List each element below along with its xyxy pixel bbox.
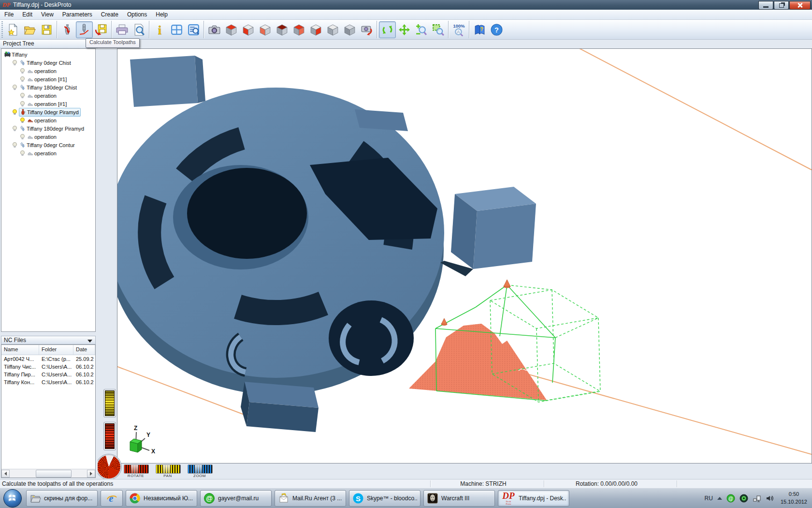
zoom-view-button[interactable] [413, 21, 430, 38]
tree-item-operation[interactable]: operation [1, 116, 95, 124]
tree-item-tiffany[interactable]: Tiffany [1, 50, 95, 59]
mailru-agent-tray-icon[interactable]: @ [726, 494, 735, 503]
pan-slider[interactable] [156, 464, 181, 474]
window-layout-button[interactable] [168, 21, 185, 38]
snapshot-button[interactable] [206, 21, 223, 38]
taskbar-button-skype[interactable]: SSkype™ - bloodco... [349, 490, 420, 507]
view-back-button[interactable] [290, 21, 307, 38]
bulb-off-icon[interactable] [19, 150, 26, 156]
bulb-off-icon[interactable] [19, 68, 26, 74]
menu-options[interactable]: Options [123, 10, 151, 19]
menu-create[interactable]: Create [97, 10, 123, 19]
rotate-view-button[interactable] [379, 21, 396, 38]
view-top-button[interactable] [223, 21, 240, 38]
rotation-dial[interactable] [98, 454, 121, 479]
save-project-button[interactable] [38, 21, 55, 38]
help-contents-button[interactable]: ? [471, 21, 488, 38]
rotate-slider[interactable] [124, 464, 149, 474]
bulb-off-icon[interactable] [12, 60, 18, 66]
language-indicator[interactable]: RU [705, 495, 713, 502]
bulb-off-icon[interactable] [19, 76, 26, 82]
bulb-off-icon[interactable] [19, 101, 26, 107]
menu-file[interactable]: File [0, 10, 18, 19]
project-tree[interactable]: TiffanyTiffany 0degr Chistoperationopera… [1, 48, 96, 332]
speed-gauge[interactable] [104, 422, 116, 450]
save-nc-file-button[interactable] [93, 21, 110, 38]
nc-file-row[interactable]: Tiffany Кон...C:\Users\A...06.10.2 [1, 378, 95, 386]
scroll-left-button[interactable] [1, 470, 10, 478]
menu-view[interactable]: View [37, 10, 58, 19]
tree-item-tiffany-0degr-chist[interactable]: Tiffany 0degr Chist [1, 59, 95, 67]
taskbar-button-folder[interactable]: скрины для фор... [26, 490, 98, 507]
view-iso-button[interactable] [324, 21, 341, 38]
view-inside-button[interactable] [274, 21, 290, 38]
show-hidden-icons-button[interactable] [717, 497, 722, 500]
feed-gauge[interactable] [104, 389, 116, 417]
tree-item-operation-1[interactable]: operation [#1] [1, 100, 95, 108]
tree-item-operation[interactable]: operation [1, 149, 95, 157]
tree-item-tiffany-0degr-piramyd[interactable]: Tiffany 0degr Piramyd [1, 108, 95, 116]
view-right-button[interactable] [307, 21, 324, 38]
horizontal-scrollbar[interactable] [1, 469, 95, 478]
minimize-button[interactable] [758, 1, 773, 10]
zoom-window-button[interactable] [430, 21, 447, 38]
tree-item-tiffany-180degr-piramyd[interactable]: Tiffany 180degr Piramyd [1, 124, 95, 133]
view-front-button[interactable] [240, 21, 257, 38]
nc-file-row[interactable]: Tiffany Пир...C:\Users\A...06.10.2 [1, 371, 95, 378]
close-button[interactable] [789, 1, 811, 10]
menu-edit[interactable]: Edit [18, 10, 37, 19]
toolbar-grip[interactable] [1, 21, 3, 38]
menu-help[interactable]: Help [151, 10, 172, 19]
nc-file-row[interactable]: Арт0042 Ч...E:\Стас (р...25.09.2 [1, 355, 95, 363]
taskbar-button-mailru-agent[interactable]: @gayver@mail.ru [200, 490, 272, 507]
taskbar-button-deskproto[interactable]: DPDeskProtoTiffany.dpj - Desk... [498, 490, 569, 507]
bulb-off-icon[interactable] [19, 134, 26, 140]
view-side-button[interactable] [341, 21, 358, 38]
bulb-on-icon[interactable] [12, 109, 18, 115]
status-tray-icon[interactable] [740, 494, 748, 503]
start-button[interactable] [3, 489, 22, 508]
open-project-button[interactable] [21, 21, 38, 38]
menu-parameters[interactable]: Parameters [58, 10, 97, 19]
nc-files-column-headers[interactable]: NameFolderDate [1, 345, 95, 355]
network-tray-icon[interactable] [753, 494, 761, 503]
collapse-arrow-icon[interactable] [87, 340, 92, 343]
volume-tray-icon[interactable] [766, 494, 774, 503]
taskbar-button-envelope[interactable]: Mail.Ru Агент (3 ... [275, 490, 346, 507]
bulb-on-icon[interactable] [19, 117, 26, 123]
nc-column-date[interactable]: Date [73, 345, 95, 355]
scroll-right-button[interactable] [87, 470, 95, 478]
parameter-list-button[interactable] [185, 21, 202, 38]
zoom-slider[interactable] [188, 464, 213, 474]
view-rotate-camera-button[interactable] [358, 21, 375, 38]
info-button[interactable]: i [151, 21, 168, 38]
bulb-off-icon[interactable] [12, 142, 18, 148]
nc-column-name[interactable]: Name [1, 345, 39, 355]
taskbar-button-chrome[interactable]: Независимый Ю... [126, 490, 197, 507]
tree-item-operation[interactable]: operation [1, 67, 95, 75]
tree-item-operation[interactable]: operation [1, 91, 95, 100]
taskbar-button-warcraft[interactable]: Warcraft III [423, 490, 495, 507]
tree-item-tiffany-180degr-chist[interactable]: Tiffany 180degr Chist [1, 83, 95, 91]
bulb-off-icon[interactable] [19, 92, 26, 99]
tree-item-tiffany-0degr-contur[interactable]: Tiffany 0degr Contur [1, 141, 95, 149]
taskbar-button-ie[interactable]: e [101, 490, 123, 507]
nc-column-folder[interactable]: Folder [39, 345, 73, 355]
pan-view-button[interactable] [396, 21, 413, 38]
help-button[interactable]: ? [488, 21, 505, 38]
nc-file-row[interactable]: Tiiffany Чис...C:\Users\A...06.10.2 [1, 363, 95, 371]
bulb-off-icon[interactable] [12, 125, 18, 132]
bulb-off-icon[interactable] [12, 84, 18, 90]
new-project-button[interactable] [4, 21, 21, 38]
3d-canvas[interactable]: Z Y X [117, 48, 812, 463]
load-geometry-button[interactable] [59, 21, 76, 38]
calculate-toolpaths-button[interactable] [76, 21, 93, 38]
tree-item-operation-1[interactable]: operation [#1] [1, 75, 95, 83]
print-button[interactable] [114, 21, 130, 38]
view-section-button[interactable] [257, 21, 274, 38]
print-preview-button[interactable] [130, 21, 147, 38]
restore-button[interactable] [774, 1, 789, 10]
scrollbar-thumb[interactable] [36, 470, 72, 478]
tree-item-operation[interactable]: operation [1, 133, 95, 141]
zoom-100-button[interactable]: 100%A [450, 21, 467, 38]
